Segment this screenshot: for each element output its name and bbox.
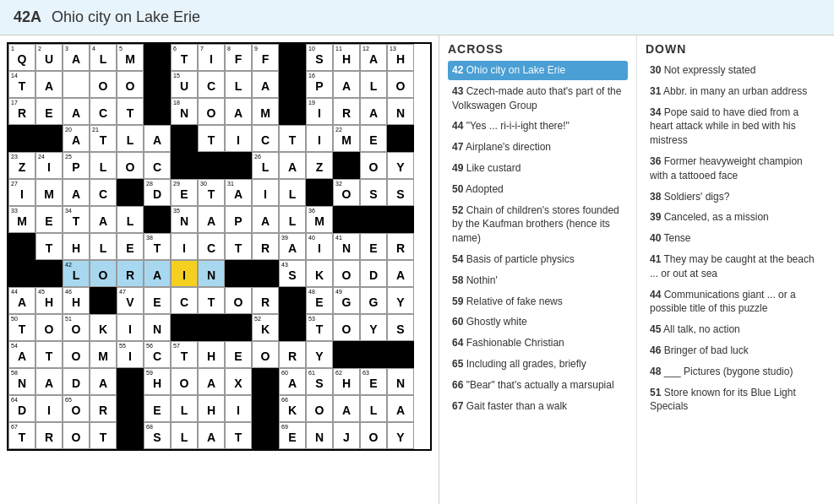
grid-cell-1-14[interactable]: O [387,71,414,98]
grid-cell-2-1[interactable]: E [35,98,63,125]
grid-cell-5-11[interactable] [306,179,333,206]
clue-item-54[interactable]: 54 Basis of particle physics [448,250,628,269]
grid-cell-6-2[interactable]: 34T [63,206,90,233]
grid-cell-13-2[interactable]: 65O [63,395,90,422]
grid-cell-3-1[interactable] [35,125,63,152]
grid-cell-5-12[interactable]: 32O [333,179,360,206]
grid-cell-10-11[interactable]: 53T [306,314,333,341]
grid-cell-0-3[interactable]: 4L [90,44,117,71]
grid-cell-5-5[interactable]: 28D [144,179,171,206]
grid-cell-8-4[interactable]: R [117,260,144,287]
grid-cell-6-6[interactable]: 35N [171,206,198,233]
grid-cell-12-7[interactable]: A [198,368,225,395]
crossword-grid[interactable]: 1Q2U3A4L5M6T7I8F9F10S11H12A13H14TAOO15UC… [7,42,432,451]
grid-cell-7-2[interactable]: H [63,233,90,260]
grid-cell-4-3[interactable]: L [90,152,117,179]
grid-cell-0-14[interactable]: 13H [387,44,414,71]
grid-cell-1-4[interactable]: O [117,71,144,98]
grid-cell-8-6[interactable]: I [171,260,198,287]
clue-item-45[interactable]: 45 All talk, no action [646,320,826,339]
grid-cell-13-8[interactable]: I [225,395,252,422]
grid-cell-3-8[interactable]: I [225,125,252,152]
grid-cell-5-0[interactable]: 27I [8,179,35,206]
grid-cell-7-12[interactable]: 41N [333,233,360,260]
clue-item-38[interactable]: 38 Soldiers' digs? [646,187,826,207]
grid-cell-3-14[interactable] [387,125,414,152]
clue-item-47[interactable]: 47 Airplane's direction [448,138,628,157]
grid-cell-4-6[interactable] [171,152,198,179]
grid-cell-9-7[interactable]: T [198,287,225,314]
grid-cell-11-3[interactable]: M [90,341,117,368]
grid-cell-10-6[interactable] [171,314,198,341]
grid-cell-3-3[interactable]: 21T [90,125,117,152]
grid-cell-1-0[interactable]: 14T [8,71,35,98]
grid-cell-13-11[interactable]: O [306,395,333,422]
grid-cell-11-11[interactable]: Y [306,341,333,368]
grid-cell-4-7[interactable] [198,152,225,179]
grid-cell-9-6[interactable]: C [171,287,198,314]
clue-item-52[interactable]: 52 Chain of children's stores founded by… [448,201,628,248]
grid-cell-7-11[interactable]: 40I [306,233,333,260]
grid-cell-3-12[interactable]: 22M [333,125,360,152]
grid-cell-12-8[interactable]: X [225,368,252,395]
grid-cell-3-2[interactable]: 20A [63,125,90,152]
grid-cell-8-1[interactable] [35,260,63,287]
grid-cell-9-2[interactable]: 46H [63,287,90,314]
grid-cell-14-10[interactable]: 69E [279,422,306,449]
grid-cell-3-13[interactable]: E [360,125,387,152]
grid-cell-10-5[interactable]: N [144,314,171,341]
grid-cell-10-12[interactable]: O [333,314,360,341]
grid-cell-10-4[interactable]: I [117,314,144,341]
grid-cell-11-14[interactable] [387,341,414,368]
grid-cell-8-14[interactable]: A [387,260,414,287]
grid-cell-14-5[interactable]: 68S [144,422,171,449]
clue-item-46[interactable]: 46 Bringer of bad luck [646,341,826,360]
grid-cell-8-12[interactable]: O [333,260,360,287]
grid-cell-4-14[interactable]: Y [387,152,414,179]
grid-cell-14-12[interactable]: J [333,422,360,449]
grid-cell-2-4[interactable]: T [117,98,144,125]
grid-cell-2-5[interactable] [144,98,171,125]
grid-cell-12-9[interactable] [252,368,279,395]
grid-cell-13-0[interactable]: 64D [8,395,35,422]
grid-cell-10-10[interactable] [279,314,306,341]
grid-cell-8-13[interactable]: D [360,260,387,287]
grid-cell-11-13[interactable] [360,341,387,368]
grid-cell-2-12[interactable]: R [333,98,360,125]
grid-cell-4-2[interactable]: 25P [63,152,90,179]
grid-cell-5-14[interactable]: S [387,179,414,206]
grid-cell-6-10[interactable]: L [279,206,306,233]
clue-item-31[interactable]: 31 Abbr. in many an urban address [646,82,826,101]
grid-cell-6-13[interactable] [360,206,387,233]
grid-cell-0-1[interactable]: 2U [35,44,63,71]
grid-cell-9-4[interactable]: 47V [117,287,144,314]
grid-cell-0-0[interactable]: 1Q [8,44,35,71]
grid-cell-1-7[interactable]: C [198,71,225,98]
grid-cell-4-1[interactable]: 24I [35,152,63,179]
grid-cell-6-8[interactable]: P [225,206,252,233]
grid-cell-9-5[interactable]: E [144,287,171,314]
clue-item-43[interactable]: 43 Czech-made auto that's part of the Vo… [448,82,628,116]
grid-cell-3-10[interactable]: T [279,125,306,152]
grid-cell-12-14[interactable]: N [387,368,414,395]
grid-cell-12-2[interactable]: D [63,368,90,395]
grid-cell-14-0[interactable]: 67T [8,422,35,449]
clue-item-66[interactable]: 66 "Bear" that's actually a marsupial [448,376,628,395]
grid-cell-1-5[interactable] [144,71,171,98]
grid-cell-14-6[interactable]: L [171,422,198,449]
grid-cell-14-4[interactable] [117,422,144,449]
grid-cell-0-6[interactable]: 6T [171,44,198,71]
grid-cell-11-7[interactable]: H [198,341,225,368]
grid-cell-13-12[interactable]: A [333,395,360,422]
grid-cell-7-3[interactable]: L [90,233,117,260]
grid-cell-8-10[interactable]: 43S [279,260,306,287]
grid-cell-7-1[interactable]: T [35,233,63,260]
grid-cell-10-9[interactable]: 52K [252,314,279,341]
grid-cell-10-2[interactable]: 51O [63,314,90,341]
grid-cell-6-4[interactable]: L [117,206,144,233]
grid-cell-13-13[interactable]: L [360,395,387,422]
grid-cell-0-7[interactable]: 7I [198,44,225,71]
grid-cell-3-11[interactable]: I [306,125,333,152]
grid-cell-2-14[interactable]: N [387,98,414,125]
grid-cell-14-9[interactable] [252,422,279,449]
